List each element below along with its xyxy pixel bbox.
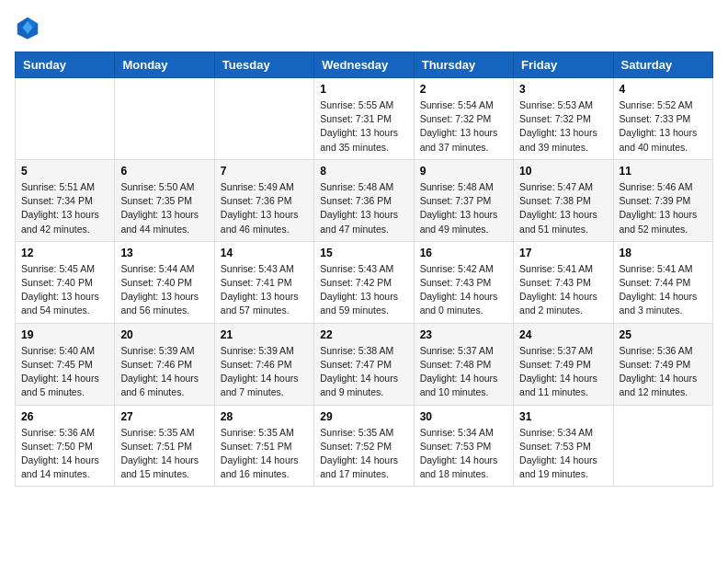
day-number: 17 (519, 247, 607, 259)
calendar-cell: 27Sunrise: 5:35 AM Sunset: 7:51 PM Dayli… (115, 405, 214, 487)
week-row-2: 5Sunrise: 5:51 AM Sunset: 7:34 PM Daylig… (16, 159, 713, 241)
day-info: Sunrise: 5:41 AM Sunset: 7:43 PM Dayligh… (519, 262, 607, 318)
calendar-cell: 3Sunrise: 5:53 AM Sunset: 7:32 PM Daylig… (514, 78, 613, 160)
day-number: 9 (420, 165, 507, 178)
day-number: 10 (519, 165, 607, 178)
weekday-header-row: SundayMondayTuesdayWednesdayThursdayFrid… (16, 52, 713, 78)
week-row-3: 12Sunrise: 5:45 AM Sunset: 7:40 PM Dayli… (16, 241, 713, 323)
calendar-cell: 7Sunrise: 5:49 AM Sunset: 7:36 PM Daylig… (214, 159, 313, 241)
calendar-cell: 10Sunrise: 5:47 AM Sunset: 7:38 PM Dayli… (514, 159, 613, 241)
day-info: Sunrise: 5:53 AM Sunset: 7:32 PM Dayligh… (519, 98, 607, 155)
calendar-cell: 9Sunrise: 5:48 AM Sunset: 7:37 PM Daylig… (414, 159, 513, 241)
day-info: Sunrise: 5:35 AM Sunset: 7:52 PM Dayligh… (320, 426, 407, 482)
calendar-cell: 13Sunrise: 5:44 AM Sunset: 7:40 PM Dayli… (115, 241, 214, 323)
calendar-cell: 19Sunrise: 5:40 AM Sunset: 7:45 PM Dayli… (16, 323, 115, 405)
day-number: 1 (320, 83, 407, 96)
day-number: 20 (120, 328, 208, 341)
day-info: Sunrise: 5:43 AM Sunset: 7:42 PM Dayligh… (320, 262, 407, 318)
calendar-cell: 12Sunrise: 5:45 AM Sunset: 7:40 PM Dayli… (16, 241, 115, 323)
calendar-cell: 22Sunrise: 5:38 AM Sunset: 7:47 PM Dayli… (314, 323, 414, 405)
day-info: Sunrise: 5:54 AM Sunset: 7:32 PM Dayligh… (420, 98, 507, 155)
week-row-1: 1Sunrise: 5:55 AM Sunset: 7:31 PM Daylig… (16, 78, 713, 160)
calendar-cell: 8Sunrise: 5:48 AM Sunset: 7:36 PM Daylig… (314, 159, 414, 241)
day-number: 28 (221, 410, 308, 423)
calendar-cell: 11Sunrise: 5:46 AM Sunset: 7:39 PM Dayli… (613, 159, 712, 241)
day-number: 3 (519, 83, 607, 96)
calendar-cell: 14Sunrise: 5:43 AM Sunset: 7:41 PM Dayli… (214, 241, 313, 323)
day-number: 14 (221, 247, 308, 259)
week-row-4: 19Sunrise: 5:40 AM Sunset: 7:45 PM Dayli… (16, 323, 713, 405)
calendar-cell: 16Sunrise: 5:42 AM Sunset: 7:43 PM Dayli… (414, 241, 513, 323)
weekday-header-friday: Friday (514, 52, 613, 78)
day-info: Sunrise: 5:39 AM Sunset: 7:46 PM Dayligh… (221, 344, 308, 400)
day-info: Sunrise: 5:34 AM Sunset: 7:53 PM Dayligh… (519, 426, 607, 482)
calendar-cell: 17Sunrise: 5:41 AM Sunset: 7:43 PM Dayli… (514, 241, 613, 323)
day-number: 25 (620, 328, 707, 341)
day-number: 15 (320, 247, 407, 259)
day-number: 27 (120, 410, 208, 423)
weekday-header-wednesday: Wednesday (314, 52, 414, 78)
day-info: Sunrise: 5:35 AM Sunset: 7:51 PM Dayligh… (120, 426, 208, 482)
weekday-header-saturday: Saturday (613, 52, 712, 78)
day-info: Sunrise: 5:34 AM Sunset: 7:53 PM Dayligh… (420, 426, 507, 482)
day-number: 29 (320, 410, 407, 423)
day-info: Sunrise: 5:51 AM Sunset: 7:34 PM Dayligh… (21, 180, 108, 236)
day-number: 22 (320, 328, 407, 341)
day-info: Sunrise: 5:36 AM Sunset: 7:49 PM Dayligh… (620, 344, 707, 400)
calendar-cell: 31Sunrise: 5:34 AM Sunset: 7:53 PM Dayli… (514, 405, 613, 487)
logo-icon (15, 15, 40, 40)
day-info: Sunrise: 5:43 AM Sunset: 7:41 PM Dayligh… (221, 262, 308, 318)
day-info: Sunrise: 5:55 AM Sunset: 7:31 PM Dayligh… (320, 98, 407, 155)
day-info: Sunrise: 5:39 AM Sunset: 7:46 PM Dayligh… (120, 344, 208, 400)
day-info: Sunrise: 5:49 AM Sunset: 7:36 PM Dayligh… (221, 180, 308, 236)
day-info: Sunrise: 5:46 AM Sunset: 7:39 PM Dayligh… (620, 180, 707, 236)
logo (15, 15, 44, 40)
calendar-cell: 2Sunrise: 5:54 AM Sunset: 7:32 PM Daylig… (414, 78, 513, 160)
day-number: 31 (519, 410, 607, 423)
day-number: 30 (420, 410, 507, 423)
calendar-cell: 5Sunrise: 5:51 AM Sunset: 7:34 PM Daylig… (16, 159, 115, 241)
day-number: 26 (21, 410, 108, 423)
calendar-cell: 28Sunrise: 5:35 AM Sunset: 7:51 PM Dayli… (214, 405, 313, 487)
day-info: Sunrise: 5:35 AM Sunset: 7:51 PM Dayligh… (221, 426, 308, 482)
day-info: Sunrise: 5:42 AM Sunset: 7:43 PM Dayligh… (420, 262, 507, 318)
weekday-header-monday: Monday (115, 52, 214, 78)
page: SundayMondayTuesdayWednesdayThursdayFrid… (0, 0, 728, 501)
header (15, 15, 713, 40)
day-number: 16 (420, 247, 507, 259)
weekday-header-tuesday: Tuesday (214, 52, 313, 78)
day-number: 8 (320, 165, 407, 178)
day-number: 5 (21, 165, 108, 178)
calendar-cell (16, 78, 115, 160)
day-number: 6 (120, 165, 208, 178)
day-info: Sunrise: 5:45 AM Sunset: 7:40 PM Dayligh… (21, 262, 108, 318)
calendar-cell: 25Sunrise: 5:36 AM Sunset: 7:49 PM Dayli… (613, 323, 712, 405)
calendar-cell: 20Sunrise: 5:39 AM Sunset: 7:46 PM Dayli… (115, 323, 214, 405)
day-info: Sunrise: 5:50 AM Sunset: 7:35 PM Dayligh… (120, 180, 208, 236)
day-info: Sunrise: 5:37 AM Sunset: 7:48 PM Dayligh… (420, 344, 507, 400)
day-info: Sunrise: 5:47 AM Sunset: 7:38 PM Dayligh… (519, 180, 607, 236)
day-number: 7 (221, 165, 308, 178)
calendar-cell (214, 78, 313, 160)
day-info: Sunrise: 5:37 AM Sunset: 7:49 PM Dayligh… (519, 344, 607, 400)
calendar-cell: 21Sunrise: 5:39 AM Sunset: 7:46 PM Dayli… (214, 323, 313, 405)
calendar-cell: 4Sunrise: 5:52 AM Sunset: 7:33 PM Daylig… (613, 78, 712, 160)
day-info: Sunrise: 5:48 AM Sunset: 7:36 PM Dayligh… (320, 180, 407, 236)
calendar-cell: 15Sunrise: 5:43 AM Sunset: 7:42 PM Dayli… (314, 241, 414, 323)
day-info: Sunrise: 5:48 AM Sunset: 7:37 PM Dayligh… (420, 180, 507, 236)
day-info: Sunrise: 5:44 AM Sunset: 7:40 PM Dayligh… (120, 262, 208, 318)
calendar-cell (115, 78, 214, 160)
day-info: Sunrise: 5:52 AM Sunset: 7:33 PM Dayligh… (620, 98, 707, 155)
weekday-header-thursday: Thursday (414, 52, 513, 78)
day-number: 23 (420, 328, 507, 341)
calendar-cell: 18Sunrise: 5:41 AM Sunset: 7:44 PM Dayli… (613, 241, 712, 323)
day-number: 21 (221, 328, 308, 341)
calendar-cell: 6Sunrise: 5:50 AM Sunset: 7:35 PM Daylig… (115, 159, 214, 241)
calendar-cell: 30Sunrise: 5:34 AM Sunset: 7:53 PM Dayli… (414, 405, 513, 487)
day-number: 19 (21, 328, 108, 341)
day-info: Sunrise: 5:36 AM Sunset: 7:50 PM Dayligh… (21, 426, 108, 482)
calendar-cell: 29Sunrise: 5:35 AM Sunset: 7:52 PM Dayli… (314, 405, 414, 487)
calendar-table: SundayMondayTuesdayWednesdayThursdayFrid… (15, 52, 713, 487)
weekday-header-sunday: Sunday (16, 52, 115, 78)
day-number: 12 (21, 247, 108, 259)
